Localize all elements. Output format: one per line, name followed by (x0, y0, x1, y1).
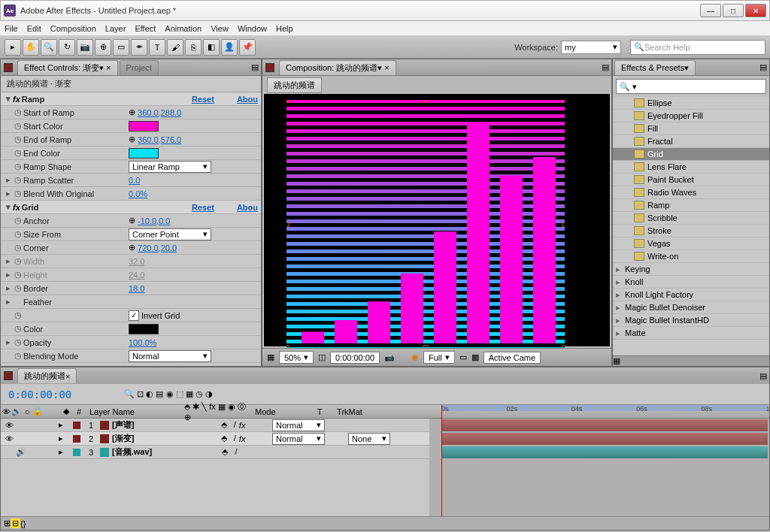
tl-tool-icon[interactable]: ◐ (146, 389, 153, 399)
stopwatch-icon[interactable]: ◷ (13, 175, 23, 185)
col-mode[interactable]: Mode (252, 405, 312, 418)
camera-select[interactable]: Active Came (484, 352, 541, 364)
ramp-scatter-value[interactable]: 0.0 (129, 176, 140, 185)
effects-search-input[interactable]: 🔍 ▾ (616, 79, 766, 94)
tl-tool-icon[interactable]: ◑ (205, 389, 213, 399)
preset-item[interactable]: Eyedropper Fill (613, 110, 769, 122)
tl-tool-icon[interactable]: ▦ (186, 389, 193, 399)
preset-item[interactable]: Paint Bucket (613, 174, 769, 186)
crosshair-icon[interactable]: ⊕ (129, 243, 135, 252)
stopwatch-icon[interactable]: ◷ (13, 107, 23, 117)
preset-item[interactable]: Fill (613, 122, 769, 135)
panel-footer-icon[interactable]: ▦ (613, 355, 769, 366)
pan-behind-tool[interactable]: ⊕ (95, 39, 111, 56)
tl-tool-icon[interactable]: ▤ (156, 389, 163, 399)
snapshot-icon[interactable]: 📷 (384, 352, 395, 362)
grid-about[interactable]: Abou (237, 203, 258, 212)
tl-tool-icon[interactable]: ⬚ (176, 389, 183, 399)
comp-inner-tab[interactable]: 跳动的频谱 (267, 77, 322, 93)
maximize-button[interactable]: □ (723, 4, 744, 17)
close-button[interactable]: ✕ (745, 4, 766, 17)
preset-item[interactable]: Grid (613, 148, 769, 161)
blending-mode-select[interactable]: Normal▾ (129, 350, 211, 362)
menu-composition[interactable]: Composition (50, 24, 96, 33)
layer-bar[interactable] (441, 446, 768, 458)
effect-ramp-header[interactable]: ▾fx Ramp Reset Abou (1, 92, 261, 106)
rotate-tool[interactable]: ↻ (59, 39, 75, 56)
work-area-bar[interactable] (441, 405, 768, 411)
preset-item[interactable]: Ramp (613, 199, 769, 212)
stopwatch-icon[interactable]: ◷ (13, 148, 23, 158)
zoom-select[interactable]: 50% ▾ (279, 351, 314, 364)
start-color-swatch[interactable] (129, 121, 159, 131)
grid-icon[interactable]: ▦ (267, 352, 274, 362)
menu-view[interactable]: View (211, 24, 229, 33)
stopwatch-icon[interactable]: ◷ (13, 216, 23, 225)
transparency-icon[interactable]: ▩ (471, 352, 479, 362)
stopwatch-icon[interactable]: ◷ (13, 162, 23, 171)
tab-project[interactable]: Project (120, 60, 159, 75)
corner-value[interactable]: 720.0,20.0 (138, 243, 177, 252)
camera-tool[interactable]: 📷 (77, 39, 93, 56)
menu-file[interactable]: File (5, 24, 18, 33)
crosshair-icon[interactable]: ⊕ (129, 216, 135, 225)
tl-tool-icon[interactable]: 🔍 (124, 389, 135, 399)
minimize-button[interactable]: — (700, 4, 721, 17)
clone-tool[interactable]: ⎘ (185, 39, 202, 56)
preset-item[interactable]: ▸Keying (613, 263, 769, 276)
preset-item[interactable]: Scribble (613, 212, 769, 225)
crosshair-icon[interactable]: ⊕ (129, 107, 135, 117)
zoom-tool[interactable]: 🔍 (41, 39, 57, 56)
preset-item[interactable]: ▸Matte (613, 327, 769, 340)
stopwatch-icon[interactable]: ◷ (13, 324, 23, 334)
menu-animation[interactable]: Animation (165, 24, 202, 33)
workspace-select[interactable]: my▾ (561, 41, 621, 54)
blend-value[interactable]: 0.0% (129, 189, 147, 198)
preset-item[interactable]: Stroke (613, 225, 769, 237)
end-color-swatch[interactable] (129, 148, 159, 159)
playhead[interactable] (441, 405, 442, 516)
stopwatch-icon[interactable]: ◷ (13, 243, 23, 252)
preset-item[interactable]: Vegas (613, 237, 769, 250)
panel-menu-icon[interactable]: ▤ (757, 371, 769, 381)
menu-help[interactable]: Help (276, 24, 293, 33)
timeline-time[interactable]: 0:00:00:00 (1, 388, 79, 401)
selection-tool[interactable]: ▸ (5, 39, 21, 56)
hand-tool[interactable]: ✋ (23, 39, 39, 56)
ramp-shape-select[interactable]: Linear Ramp▾ (129, 161, 211, 173)
tab-effects-presets[interactable]: Effects & Presets ▾ (614, 60, 696, 75)
eraser-tool[interactable]: ◧ (203, 39, 220, 56)
toggle-switches-icon[interactable]: ⊞ (4, 518, 11, 528)
preset-item[interactable]: ▸Magic Bullet InstantHD (613, 314, 769, 327)
size-from-select[interactable]: Corner Point▾ (129, 228, 211, 240)
timeline-layer-row[interactable]: 🔊▸3[音频.wav]⬘ / (1, 446, 429, 459)
preset-item[interactable]: Radio Waves (613, 186, 769, 199)
layer-bar[interactable] (441, 419, 768, 431)
col-label-icon[interactable]: ◆ (61, 405, 71, 418)
toggle-modes-icon[interactable]: ⊟ (11, 518, 20, 528)
preset-item[interactable]: Lens Flare (613, 161, 769, 174)
aspect-icon[interactable]: ◫ (318, 352, 326, 362)
stopwatch-icon[interactable]: ◷ (13, 121, 23, 131)
rect-tool[interactable]: ▭ (113, 39, 129, 56)
timeline-ruler[interactable]: 0s02s04s06s08s10s (429, 405, 769, 419)
preset-item[interactable]: ▸Magic Bullet Denoiser (613, 301, 769, 314)
stopwatch-icon[interactable]: ◷ (13, 310, 23, 320)
panel-menu-icon[interactable]: ▤ (757, 62, 769, 72)
layer-bar[interactable] (441, 433, 768, 445)
menu-window[interactable]: Window (238, 24, 267, 33)
col-lock-icon[interactable]: 🔒 (32, 405, 43, 418)
stopwatch-icon[interactable]: ◷ (13, 135, 23, 144)
menu-edit[interactable]: Edit (27, 24, 41, 33)
panel-menu-icon[interactable]: ▤ (599, 62, 611, 72)
tab-effect-controls[interactable]: Effect Controls: 渐变 ▾ × (17, 60, 118, 75)
region-icon[interactable]: ▭ (459, 352, 467, 362)
crosshair-icon[interactable]: ⊕ (129, 135, 135, 144)
preset-item[interactable]: ▸Knoll Light Factory (613, 289, 769, 301)
tl-tool-icon[interactable]: ◷ (196, 389, 203, 399)
search-help-input[interactable]: 🔍 Search Help (630, 40, 765, 55)
preset-item[interactable]: Write-on (613, 250, 769, 263)
stopwatch-icon[interactable]: ◷ (13, 189, 23, 198)
preset-item[interactable]: Ellipse (613, 97, 769, 110)
timeline-layer-row[interactable]: 👁▸1[声谱]⬘ / fxNormal▾ (1, 419, 429, 432)
